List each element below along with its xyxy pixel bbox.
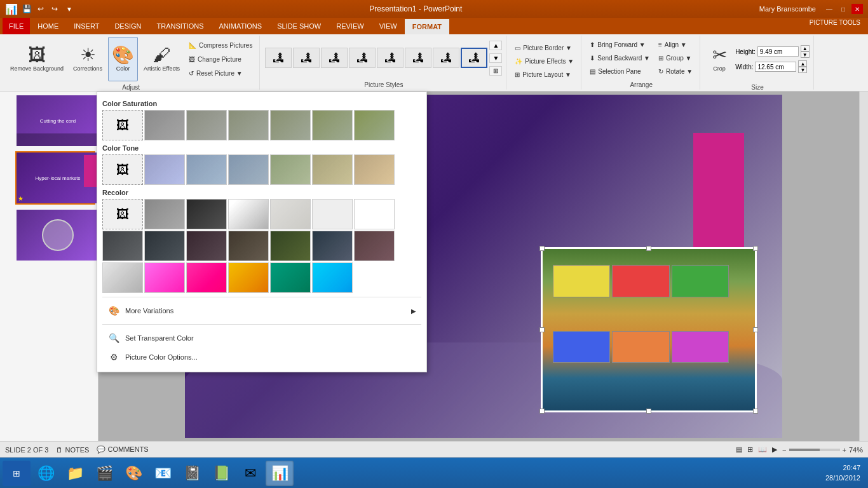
slide-thumb-2[interactable]: Hyper-local markets ★	[15, 151, 95, 205]
recolor-13[interactable]	[102, 262, 143, 293]
maximize-button[interactable]: □	[837, 4, 849, 14]
redo-button[interactable]: ↪	[48, 3, 61, 15]
recolor-17[interactable]	[270, 262, 311, 293]
save-button[interactable]: 💾	[20, 3, 33, 15]
style-4[interactable]: 🏞	[349, 48, 376, 68]
picture-layout-button[interactable]: ⊞ Picture Layout ▼	[512, 69, 577, 81]
recolor-4[interactable]	[312, 199, 353, 229]
tab-transitions[interactable]: TRANSITIONS	[149, 18, 212, 34]
view-normal-btn[interactable]: ▤	[736, 445, 742, 454]
style-1[interactable]: 🏞	[265, 48, 292, 68]
rotate-button[interactable]: ↻ Rotate ▼	[655, 65, 696, 78]
tab-format[interactable]: FORMAT	[405, 18, 449, 34]
tab-slideshow[interactable]: SLIDE SHOW	[269, 18, 329, 34]
saturation-4[interactable]	[312, 110, 353, 140]
width-input[interactable]	[755, 62, 796, 72]
gallery-scroll-down[interactable]: ▼	[489, 53, 502, 63]
saturation-0[interactable]	[144, 110, 185, 140]
picture-border-button[interactable]: ▭ Picture Border ▼	[512, 42, 577, 55]
saturation-3[interactable]	[270, 110, 311, 140]
handle-top[interactable]	[646, 246, 651, 251]
style-2[interactable]: 🏞	[293, 48, 320, 68]
taskbar-paint[interactable]: 🎨	[119, 461, 147, 486]
saturation-original[interactable]: 🖼	[102, 110, 143, 140]
recolor-7[interactable]	[144, 231, 185, 261]
tone-3[interactable]	[270, 154, 311, 185]
close-button[interactable]: ✕	[851, 4, 863, 14]
send-backward-button[interactable]: ⬇ Send Backward ▼	[587, 51, 653, 64]
style-3[interactable]: 🏞	[321, 48, 348, 68]
handle-bottomleft[interactable]	[539, 409, 545, 414]
tone-1[interactable]	[186, 154, 227, 185]
set-transparent-item[interactable]: 🔍 Set Transparent Color	[102, 329, 421, 348]
align-button[interactable]: ≡ Align ▼	[655, 38, 696, 51]
taskbar-ie[interactable]: 🌐	[32, 461, 60, 486]
recolor-14[interactable]	[144, 262, 185, 293]
recolor-5[interactable]	[354, 199, 395, 229]
notes-button[interactable]: 🗒 NOTES	[56, 446, 89, 454]
saturation-2[interactable]	[228, 110, 269, 140]
tone-0[interactable]	[144, 154, 185, 185]
recolor-1[interactable]	[186, 199, 227, 229]
slide-thumb-3[interactable]	[15, 208, 95, 262]
gallery-scroll-up[interactable]: ▲	[489, 41, 502, 50]
recolor-2[interactable]	[228, 199, 269, 229]
taskbar-media[interactable]: 🎬	[90, 461, 118, 486]
recolor-15[interactable]	[186, 262, 227, 293]
handle-right[interactable]	[753, 327, 758, 332]
tab-animations[interactable]: ANIMATIONS	[212, 18, 270, 34]
tab-review[interactable]: REVIEW	[329, 18, 371, 34]
view-grid-btn[interactable]: ⊞	[747, 445, 753, 454]
taskbar-word[interactable]: ✉	[236, 461, 264, 486]
change-picture-button[interactable]: 🖼 Change Picture	[186, 53, 255, 65]
tone-4[interactable]	[312, 154, 353, 185]
saturation-5[interactable]	[354, 110, 395, 140]
width-up[interactable]: ▲	[798, 60, 807, 67]
remove-background-button[interactable]: 🖼 Remove Background	[6, 37, 67, 81]
tone-original[interactable]: 🖼	[102, 154, 143, 185]
recolor-10[interactable]	[270, 231, 311, 261]
tab-view[interactable]: VIEW	[372, 18, 405, 34]
color-button[interactable]: 🎨 Color	[108, 37, 138, 81]
reset-picture-button[interactable]: ↺ Reset Picture ▼	[186, 67, 255, 79]
recolor-16[interactable]	[228, 262, 269, 293]
taskbar-start[interactable]: ⊞	[3, 461, 31, 486]
handle-bottom[interactable]	[646, 409, 651, 414]
recolor-0[interactable]	[144, 199, 185, 229]
tab-insert[interactable]: INSERT	[66, 18, 107, 34]
recolor-12[interactable]	[354, 231, 395, 261]
more-variations-item[interactable]: 🎨 More Variations ▶	[102, 301, 421, 320]
undo-button[interactable]: ↩	[34, 3, 47, 15]
recolor-6[interactable]	[102, 231, 143, 261]
tone-5[interactable]	[354, 154, 395, 185]
group-button[interactable]: ⊞ Group ▼	[655, 51, 696, 64]
gallery-more[interactable]: ⊞	[489, 66, 502, 76]
zoom-slider[interactable]	[789, 449, 840, 451]
recolor-original[interactable]: 🖼	[102, 199, 143, 229]
zoom-in-btn[interactable]: +	[843, 446, 846, 454]
minimize-button[interactable]: —	[824, 4, 835, 14]
compress-pictures-button[interactable]: 📐 Compress Pictures	[186, 39, 255, 51]
tab-design[interactable]: DESIGN	[107, 18, 149, 34]
slide-thumb-1[interactable]: Cutting the cord	[15, 94, 95, 147]
scroll-bar-vertical[interactable]	[859, 92, 868, 441]
taskbar-powerpoint[interactable]: 📊	[266, 461, 294, 486]
selection-pane-button[interactable]: ▤ Selection Pane	[587, 65, 653, 78]
style-8[interactable]: 🏞	[461, 48, 487, 68]
comments-button[interactable]: 💬 COMMENTS	[97, 445, 148, 454]
handle-topleft[interactable]	[539, 246, 545, 251]
recolor-9[interactable]	[228, 231, 269, 261]
artistic-effects-button[interactable]: 🖌 Artistic Effects	[140, 37, 184, 81]
height-input[interactable]	[757, 46, 799, 57]
customize-qa[interactable]: ▼	[66, 6, 72, 13]
picture-effects-button[interactable]: ✨ Picture Effects ▼	[512, 55, 577, 68]
width-down[interactable]: ▼	[798, 67, 807, 73]
crop-button[interactable]: ✂ Crop	[705, 37, 733, 81]
view-slideshow-btn[interactable]: ▶	[772, 445, 777, 454]
recolor-8[interactable]	[186, 231, 227, 261]
handle-topright[interactable]	[753, 246, 758, 251]
recolor-18[interactable]	[312, 262, 353, 293]
taskbar-excel[interactable]: 📗	[207, 461, 235, 486]
view-reading-btn[interactable]: 📖	[758, 445, 767, 454]
style-5[interactable]: 🏞	[377, 48, 403, 68]
